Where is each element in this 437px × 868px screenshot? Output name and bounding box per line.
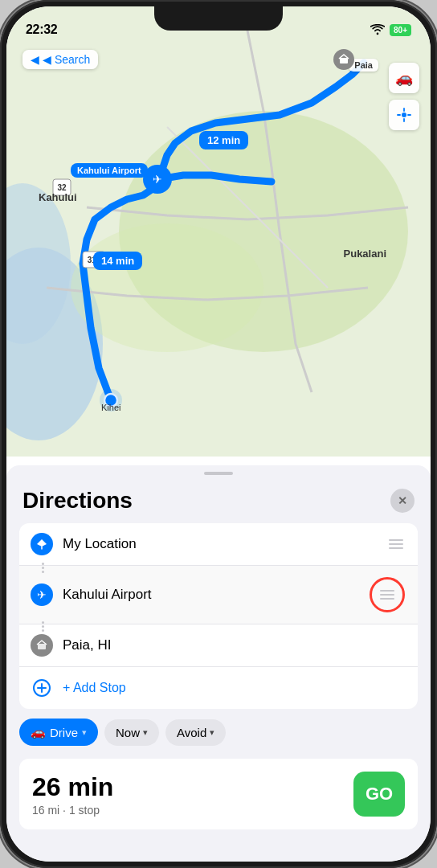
- go-button[interactable]: GO: [353, 772, 405, 817]
- stop-row-paia[interactable]: Paia, HI: [19, 624, 418, 667]
- notch: [154, 6, 283, 31]
- svg-text:✈: ✈: [153, 173, 162, 186]
- route-info: 26 min 16 mi · 1 stop: [32, 772, 113, 817]
- drive-chevron: ▾: [82, 727, 87, 738]
- map-right-panel: 🚗: [389, 63, 419, 130]
- avoid-button[interactable]: Avoid ▾: [165, 719, 226, 746]
- avoid-chevron: ▾: [210, 727, 214, 738]
- my-location-drag[interactable]: [386, 536, 406, 552]
- location-button[interactable]: [389, 100, 419, 130]
- back-search-button[interactable]: ◀ ◀ Search: [22, 50, 98, 69]
- phone-frame: 22:32 80+: [0, 0, 437, 868]
- paia-stop-icon: [31, 634, 53, 657]
- map-svg: 32 311 ✈: [6, 6, 431, 457]
- bottom-sheet: Directions ✕ My Location: [6, 465, 431, 862]
- nav-icon: [31, 533, 53, 555]
- svg-point-14: [402, 113, 406, 117]
- drive-label: Drive: [50, 726, 78, 739]
- phone-inner: 22:32 80+: [6, 6, 431, 862]
- map-background: 32 311 ✈ Kihei Kahului Airport: [6, 6, 431, 457]
- sheet-header: Directions ✕: [6, 488, 431, 523]
- drive-button[interactable]: 🚗 Drive ▾: [19, 719, 98, 746]
- paia-text: Paia, HI: [63, 637, 406, 653]
- kihei-label: Kihei: [101, 403, 120, 412]
- now-label: Now: [116, 726, 140, 739]
- route-time-2[interactable]: 14 min: [93, 252, 142, 270]
- kahului-map-label: Kahului: [39, 191, 77, 203]
- now-chevron: ▾: [143, 727, 148, 738]
- avoid-label: Avoid: [177, 726, 206, 739]
- paia-icon: [333, 49, 354, 70]
- sheet-handle: [204, 472, 233, 475]
- search-label: ◀ Search: [43, 53, 90, 66]
- map-area: 32 311 ✈ Kihei Kahului Airport: [6, 6, 431, 457]
- pukalani-label: Pukalani: [344, 248, 386, 260]
- airport-label: Kahului Airport: [71, 163, 148, 178]
- car-mode-button[interactable]: 🚗: [389, 63, 419, 93]
- go-label: GO: [366, 784, 393, 805]
- add-stop-text: + Add Stop: [63, 681, 406, 695]
- route-time-1[interactable]: 12 min: [199, 131, 248, 149]
- transport-row: 🚗 Drive ▾ Now ▾ Avoid ▾: [6, 719, 431, 755]
- route-detail: 16 mi · 1 stop: [32, 804, 113, 817]
- stop-row-my-location[interactable]: My Location: [19, 523, 418, 566]
- add-stop-icon: [31, 677, 53, 699]
- close-button[interactable]: ✕: [390, 489, 415, 513]
- airport-icon: ✈: [31, 583, 53, 606]
- route-stops: My Location ✈: [19, 523, 418, 709]
- add-stop-row[interactable]: + Add Stop: [19, 667, 418, 709]
- stop-row-kahului-airport[interactable]: ✈ Kahului Airport: [19, 566, 418, 624]
- wifi-icon: [370, 24, 385, 35]
- car-icon: 🚗: [31, 725, 46, 739]
- back-arrow: ◀: [31, 53, 39, 66]
- route-summary: 26 min 16 mi · 1 stop GO: [19, 759, 418, 829]
- route-time-display: 26 min: [32, 772, 113, 802]
- battery-badge: 80+: [390, 24, 411, 36]
- status-time: 22:32: [26, 23, 57, 37]
- svg-rect-13: [340, 58, 348, 63]
- kahului-airport-text: Kahului Airport: [63, 587, 358, 603]
- directions-title: Directions: [22, 488, 133, 514]
- status-right: 80+: [370, 24, 411, 36]
- my-location-text: My Location: [63, 536, 376, 552]
- now-button[interactable]: Now ▾: [104, 719, 159, 746]
- svg-rect-15: [38, 644, 46, 649]
- svg-point-4: [71, 223, 263, 352]
